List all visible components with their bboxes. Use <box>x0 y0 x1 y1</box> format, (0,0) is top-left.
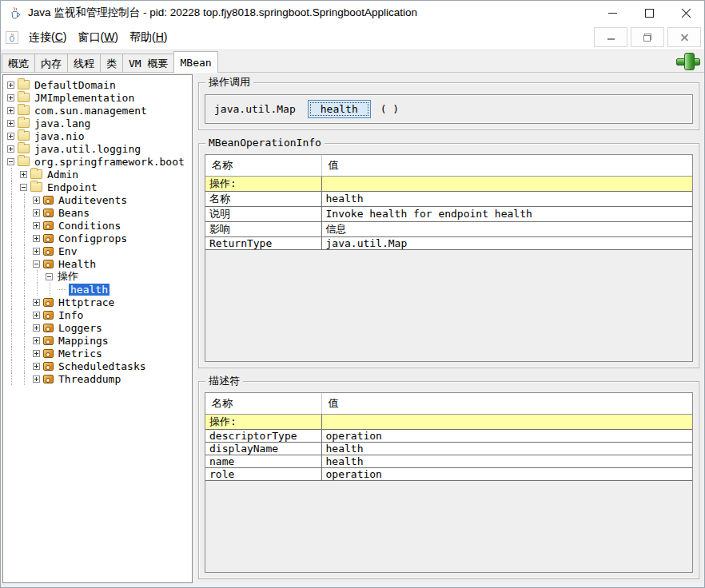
expand-toggle-icon[interactable] <box>33 222 40 229</box>
tab-类[interactable]: 类 <box>100 54 123 72</box>
tree-node-Loggers[interactable]: Loggers <box>6 321 192 334</box>
table-row[interactable]: 说明Invoke health for endpoint health <box>205 206 692 221</box>
expand-toggle-icon[interactable] <box>33 312 40 319</box>
expand-toggle-icon[interactable] <box>7 145 14 153</box>
bean-icon <box>43 362 54 371</box>
table-row[interactable]: 操作: <box>205 414 692 429</box>
tree-node-Scheduledtasks[interactable]: Scheduledtasks <box>6 360 192 372</box>
table-row[interactable]: 影响信息 <box>205 221 692 236</box>
tree-node-org.springframework.boot[interactable]: org.springframework.boot <box>6 155 192 168</box>
mbean-operation-info-group: MBeanOperationInfo 名称 值 操作:名称health说明Inv… <box>198 143 699 368</box>
frame-minimize-button[interactable] <box>594 27 627 47</box>
tree-node-Env[interactable]: Env <box>6 244 192 257</box>
tree-node-Metrics[interactable]: Metrics <box>6 347 192 360</box>
expand-toggle-icon[interactable] <box>20 171 27 178</box>
column-header-value[interactable]: 值 <box>321 393 692 414</box>
tree-node-Endpoint[interactable]: Endpoint <box>6 181 192 193</box>
expand-toggle-icon[interactable] <box>33 324 40 332</box>
menu-connection[interactable]: 连接(C) <box>23 28 72 47</box>
expand-toggle-icon[interactable] <box>7 120 14 127</box>
column-header-name[interactable]: 名称 <box>205 393 321 414</box>
close-button[interactable] <box>667 1 704 25</box>
table-row[interactable]: namehealth <box>205 455 692 467</box>
tab-概览[interactable]: 概览 <box>2 54 35 72</box>
tab-线程[interactable]: 线程 <box>67 54 101 72</box>
tree-node-java.util.logging[interactable]: java.util.logging <box>6 142 192 155</box>
mbean-pane: DefaultDomainJMImplementationcom.sun.man… <box>1 73 704 587</box>
table-row[interactable]: roleoperation <box>205 467 692 480</box>
table-row[interactable]: ReturnTypejava.util.Map <box>205 236 692 249</box>
expand-toggle-icon[interactable] <box>33 375 40 383</box>
tree-node-JMImplementation[interactable]: JMImplementation <box>6 91 192 104</box>
tree-guide-line <box>6 232 18 244</box>
column-header-value[interactable]: 值 <box>321 155 692 176</box>
expand-toggle-icon[interactable] <box>7 133 14 140</box>
tree-node-java.lang[interactable]: java.lang <box>6 117 192 129</box>
tree-node-操作[interactable]: 操作 <box>6 270 192 283</box>
minimize-icon <box>608 13 617 14</box>
tree-node-label: Loggers <box>57 322 104 334</box>
tree-node-Health[interactable]: Health <box>6 257 192 270</box>
collapse-toggle-icon[interactable] <box>33 260 40 268</box>
collapse-toggle-icon[interactable] <box>46 273 53 280</box>
tree-node-label: java.util.logging <box>33 143 142 155</box>
menu-window[interactable]: 窗口(W) <box>72 28 124 47</box>
table-row[interactable]: 名称health <box>205 191 692 206</box>
cell-name: 操作: <box>205 414 321 429</box>
expand-toggle-icon[interactable] <box>33 248 40 255</box>
tree-node-label: Conditions <box>57 220 122 232</box>
maximize-button[interactable] <box>631 1 667 25</box>
tree-node-Info[interactable]: Info <box>6 308 192 321</box>
frame-close-button[interactable] <box>667 27 701 47</box>
cell-name: 操作: <box>205 176 321 191</box>
tree-guide-line <box>6 308 18 321</box>
cell-value: 信息 <box>321 221 692 236</box>
tree-guide-line <box>18 270 31 283</box>
expand-toggle-icon[interactable] <box>7 94 14 101</box>
health-invoke-button[interactable]: health <box>308 100 371 118</box>
expand-toggle-icon[interactable] <box>7 107 14 114</box>
tree-node-Configprops[interactable]: Configprops <box>6 232 192 244</box>
expand-toggle-icon[interactable] <box>33 363 40 370</box>
tree-guide-line <box>18 334 31 347</box>
tree-node-Conditions[interactable]: Conditions <box>6 219 192 232</box>
expand-toggle-icon[interactable] <box>33 350 40 357</box>
cell-value: Invoke health for endpoint health <box>321 206 692 221</box>
tree-node-Auditevents[interactable]: Auditevents <box>6 193 192 206</box>
tree-node-Mappings[interactable]: Mappings <box>6 334 192 347</box>
expand-toggle-icon[interactable] <box>7 81 14 89</box>
minimize-button[interactable] <box>594 1 631 25</box>
frame-close-icon <box>681 34 688 41</box>
table-row[interactable]: 操作: <box>205 176 692 191</box>
tree-node-java.nio[interactable]: java.nio <box>6 129 192 142</box>
table-row[interactable]: displayNamehealth <box>205 442 692 455</box>
tree-node-DefaultDomain[interactable]: DefaultDomain <box>6 78 192 91</box>
tree-node-Beans[interactable]: Beans <box>6 206 192 219</box>
collapse-toggle-icon[interactable] <box>7 158 14 165</box>
tab-内存[interactable]: 内存 <box>34 54 68 72</box>
column-header-name[interactable]: 名称 <box>205 155 321 176</box>
tab-MBean[interactable]: MBean <box>173 51 217 73</box>
tree-guide-line <box>31 283 44 296</box>
tree-node-label: java.nio <box>33 130 86 142</box>
tree-node-label: Info <box>57 309 85 321</box>
frame-restore-button[interactable] <box>631 27 664 47</box>
tree-node-com.sun.management[interactable]: com.sun.management <box>6 104 192 117</box>
mbean-tree: DefaultDomainJMImplementationcom.sun.man… <box>2 74 193 583</box>
table-row[interactable]: descriptorTypeoperation <box>205 429 692 442</box>
tree-node-Threaddump[interactable]: Threaddump <box>6 372 192 385</box>
tree-node-health[interactable]: health <box>6 283 192 296</box>
menu-help[interactable]: 帮助(H) <box>124 28 173 47</box>
collapse-toggle-icon[interactable] <box>20 184 27 191</box>
cell-value: operation <box>321 429 692 442</box>
tree-node-Httptrace[interactable]: Httptrace <box>6 296 192 308</box>
folder-icon <box>18 105 30 115</box>
expand-toggle-icon[interactable] <box>33 235 40 242</box>
expand-toggle-icon[interactable] <box>33 337 40 344</box>
expand-toggle-icon[interactable] <box>33 209 40 217</box>
expand-toggle-icon[interactable] <box>33 299 40 306</box>
folder-icon <box>18 118 30 128</box>
tab-VM 概要[interactable]: VM 概要 <box>122 54 174 72</box>
tree-node-Admin[interactable]: Admin <box>6 168 192 181</box>
expand-toggle-icon[interactable] <box>33 197 40 204</box>
